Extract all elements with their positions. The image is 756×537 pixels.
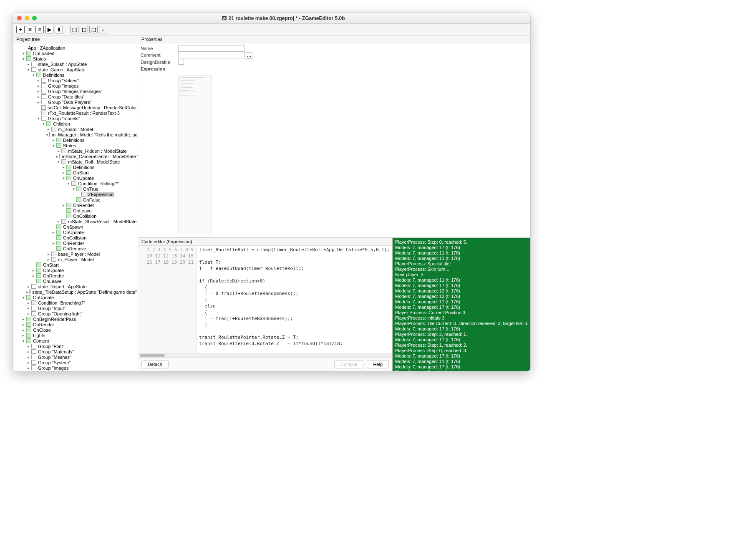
tree-toggle-icon[interactable]: ▸: [46, 257, 50, 262]
tree-toggle-icon[interactable]: ▸: [26, 312, 30, 316]
tree-node[interactable]: OnStart: [13, 262, 138, 267]
tree-node[interactable]: ▸OnRender: [13, 322, 138, 327]
toolbar-list-button[interactable]: ≡: [35, 26, 44, 33]
tree-node[interactable]: ▸Group "Images messages": [13, 88, 138, 94]
tree-node[interactable]: ▸Group "Materials": [13, 349, 138, 354]
tree-node[interactable]: ▸Lights: [13, 333, 138, 338]
tree-toggle-icon[interactable]: ▸: [26, 301, 30, 305]
tree-toggle-icon[interactable]: ▾: [61, 176, 66, 180]
tree-node[interactable]: ▾Definitions: [13, 72, 138, 78]
tree-node[interactable]: ▸Group "Data Players": [13, 99, 138, 105]
tree-toggle-icon[interactable]: ▾: [41, 122, 45, 126]
toolbar-frame2-button[interactable]: ⬚: [80, 26, 88, 33]
tree-toggle-icon[interactable]: ▸: [26, 306, 30, 310]
tree-toggle-icon[interactable]: ▾: [26, 68, 30, 72]
tree-toggle-icon[interactable]: ▸: [26, 344, 30, 348]
tree-toggle-icon[interactable]: ▸: [26, 350, 30, 354]
tree-node[interactable]: ▸OnRender: [13, 202, 138, 208]
tree-node[interactable]: OnLeave: [13, 278, 138, 284]
tree-node[interactable]: ▾Group "models": [13, 116, 138, 121]
toolbar-circle-button[interactable]: ○: [99, 26, 107, 33]
toolbar-pause-button[interactable]: ⏸: [55, 26, 63, 33]
toolbar-run-button[interactable]: ▶: [45, 26, 53, 33]
prop-comment-input[interactable]: [178, 52, 245, 58]
project-tree[interactable]: App : ZApplication▾OnLoaded▾States▸state…: [13, 43, 138, 371]
tree-node[interactable]: ▸Group "Font": [13, 343, 138, 349]
tree-node[interactable]: ZExpression: [13, 192, 138, 197]
tree-toggle-icon[interactable]: ▸: [31, 268, 35, 272]
minimize-icon[interactable]: [25, 16, 29, 20]
tree-toggle-icon[interactable]: ▾: [36, 116, 40, 121]
tree-toggle-icon[interactable]: ▸: [36, 100, 40, 104]
tree-node[interactable]: ▾Content: [13, 338, 138, 343]
tree-node[interactable]: ▸OnClose: [13, 327, 138, 333]
console-output[interactable]: PlayerProcess: Step: 0, reached: 5.Model…: [393, 238, 530, 371]
tree-toggle-icon[interactable]: ▸: [56, 149, 60, 153]
code-hscroll[interactable]: [138, 353, 392, 357]
tree-node[interactable]: OnCollision: [13, 235, 138, 240]
tree-node[interactable]: ▸Group "Images": [13, 83, 138, 88]
tree-node[interactable]: ▸mState_CameraCenter : ModelState "Move: [13, 154, 138, 159]
tree-toggle-icon[interactable]: ▸: [21, 323, 25, 327]
tree-toggle-icon[interactable]: ▾: [21, 339, 25, 343]
code-textarea[interactable]: timer_RouletteRoll = clamp(timer_Roulett…: [197, 246, 392, 353]
tree-node[interactable]: ▸m_Player : Model: [13, 257, 138, 262]
tree-node[interactable]: ▸state_TileDataSetup : AppState "Define …: [13, 289, 138, 295]
tree-toggle-icon[interactable]: ▸: [21, 328, 25, 332]
tree-toggle-icon[interactable]: ▾: [66, 182, 71, 186]
tree-node[interactable]: ▸m_Board : Model: [13, 126, 138, 132]
tree-node[interactable]: ▾OnTrue: [13, 186, 138, 192]
tree-toggle-icon[interactable]: ▾: [21, 51, 25, 55]
close-icon[interactable]: [17, 16, 22, 20]
tree-node[interactable]: ▸OnRender: [13, 240, 138, 246]
tree-node[interactable]: ▾m_Manager : Model "Rolls the roulette, …: [13, 132, 138, 137]
tree-toggle-icon[interactable]: ▸: [51, 230, 55, 234]
prop-name-input[interactable]: [178, 45, 245, 52]
tree-node[interactable]: ▸OnStart: [13, 170, 138, 175]
tree-node[interactable]: ▸Group "Images": [13, 365, 138, 371]
tree-node[interactable]: OnSpawn: [13, 224, 138, 229]
tree-toggle-icon[interactable]: ▸: [26, 361, 30, 365]
tree-toggle-icon[interactable]: ▾: [46, 133, 48, 137]
tree-toggle-icon[interactable]: ▾: [56, 160, 60, 164]
tree-toggle-icon[interactable]: ▸: [36, 78, 40, 83]
tree-node[interactable]: ▾States: [13, 143, 138, 148]
prop-designdisable-checkbox[interactable]: [178, 59, 184, 65]
detach-button[interactable]: Detach: [141, 360, 169, 368]
tree-toggle-icon[interactable]: ▸: [36, 84, 40, 88]
tree-node[interactable]: ▸Group "Opening light": [13, 311, 138, 316]
tree-node[interactable]: ▾States: [13, 56, 138, 61]
tree-node[interactable]: ▸mState_ShowResult : ModelState: [13, 219, 138, 224]
tree-toggle-icon[interactable]: ▾: [21, 295, 25, 300]
maximize-icon[interactable]: [32, 16, 37, 20]
tree-node[interactable]: ▾Children: [13, 121, 138, 126]
tree-toggle-icon[interactable]: ▸: [61, 165, 66, 169]
tree-node[interactable]: ▸Group "Data tiles": [13, 94, 138, 99]
tree-node[interactable]: ▸Condition "Branching?": [13, 300, 138, 305]
tree-node[interactable]: ▸Group "System": [13, 360, 138, 365]
tree-node[interactable]: ▾state_Game : AppState: [13, 67, 138, 72]
tree-node[interactable]: ▸Group "Input": [13, 305, 138, 311]
tree-toggle-icon[interactable]: ▾: [21, 57, 25, 61]
tree-node[interactable]: ▸Definitions: [13, 137, 138, 143]
tree-toggle-icon[interactable]: ▸: [21, 333, 25, 338]
tree-toggle-icon[interactable]: ▸: [51, 138, 55, 142]
tree-toggle-icon[interactable]: ▸: [56, 219, 60, 224]
toolbar-frame1-button[interactable]: ⬚: [70, 26, 78, 33]
tree-toggle-icon[interactable]: ▸: [61, 203, 66, 207]
tree-node[interactable]: ▸OnBeginRenderPass: [13, 316, 138, 322]
tree-toggle-icon[interactable]: ▸: [46, 252, 50, 256]
tree-node[interactable]: ▾OnUpdate: [13, 295, 138, 300]
tree-node[interactable]: OnFalse: [13, 197, 138, 202]
tree-toggle-icon[interactable]: ▸: [46, 127, 50, 131]
toolbar-frame3-button[interactable]: ⬚: [89, 26, 98, 33]
tree-node[interactable]: ▸state_Splash : AppState: [13, 61, 138, 67]
tree-toggle-icon[interactable]: ▾: [31, 73, 35, 77]
tree-node[interactable]: ▸state_Report : AppState: [13, 284, 138, 289]
tree-toggle-icon[interactable]: ▸: [61, 171, 66, 175]
tree-node[interactable]: ▸Group "Values": [13, 78, 138, 83]
tree-toggle-icon[interactable]: ▸: [26, 355, 30, 359]
tree-node[interactable]: ▾mState_Roll : ModelState: [13, 159, 138, 164]
tree-toggle-icon[interactable]: ▸: [51, 241, 55, 245]
tree-node[interactable]: OnLeave: [13, 208, 138, 213]
